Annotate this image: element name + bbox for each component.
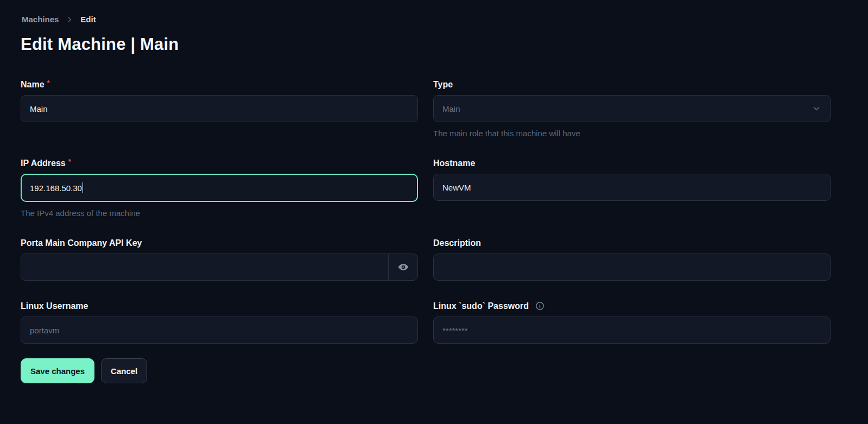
breadcrumb: Machines Edit: [22, 15, 831, 24]
type-field-group: Type Main The main role that this machin…: [433, 80, 831, 138]
sudo-password-input[interactable]: [433, 317, 831, 344]
hostname-field-group: Hostname: [433, 159, 831, 218]
sudo-password-field-group: Linux `sudo` Password: [433, 301, 831, 344]
description-field-group: Description: [433, 238, 831, 281]
name-label: Name*: [21, 80, 418, 90]
ip-address-label: IP Address*: [21, 159, 418, 168]
description-label: Description: [433, 238, 831, 248]
required-asterisk: *: [68, 159, 71, 164]
chevron-down-icon: [812, 104, 821, 113]
breadcrumb-edit-current: Edit: [80, 15, 96, 24]
linux-username-label: Linux Username: [21, 301, 418, 311]
ip-address-input[interactable]: 192.168.50.30: [21, 174, 418, 202]
page-title: Edit Machine | Main: [21, 35, 831, 54]
api-key-label: Porta Main Company API Key: [21, 238, 418, 248]
reveal-api-key-button[interactable]: [388, 254, 417, 280]
name-input[interactable]: [21, 95, 418, 122]
edit-machine-page: Machines Edit Edit Machine | Main Name* …: [0, 0, 868, 424]
form-actions: Save changes Cancel: [21, 358, 831, 383]
type-label: Type: [433, 80, 831, 90]
edit-machine-form: Name* Type Main The main role that this …: [21, 80, 831, 344]
breadcrumb-machines-link[interactable]: Machines: [22, 15, 59, 24]
hostname-input[interactable]: [433, 174, 831, 201]
linux-username-field-group: Linux Username: [21, 301, 418, 344]
type-helper-text: The main role that this machine will hav…: [433, 129, 831, 138]
hostname-label: Hostname: [433, 159, 831, 168]
info-circle-icon[interactable]: [535, 301, 544, 311]
linux-username-input[interactable]: [21, 317, 418, 344]
chevron-right-icon: [66, 16, 73, 23]
api-key-field-group: Porta Main Company API Key: [21, 238, 418, 281]
required-asterisk: *: [47, 80, 50, 86]
api-key-input[interactable]: [21, 254, 388, 280]
ip-address-helper-text: The IPv4 address of the machine: [21, 208, 418, 218]
description-input[interactable]: [433, 254, 831, 281]
eye-icon: [397, 261, 409, 273]
type-select-value: Main: [442, 104, 460, 113]
ip-address-value: 192.168.50.30: [30, 183, 82, 193]
type-select[interactable]: Main: [433, 95, 831, 122]
name-field-group: Name*: [21, 80, 418, 138]
save-changes-button[interactable]: Save changes: [21, 358, 94, 383]
api-key-input-group: [21, 254, 418, 281]
sudo-password-label: Linux `sudo` Password: [433, 301, 831, 311]
cancel-button[interactable]: Cancel: [101, 358, 147, 383]
ip-address-field-group: IP Address* 192.168.50.30 The IPv4 addre…: [21, 159, 418, 218]
text-caret: [83, 182, 84, 193]
